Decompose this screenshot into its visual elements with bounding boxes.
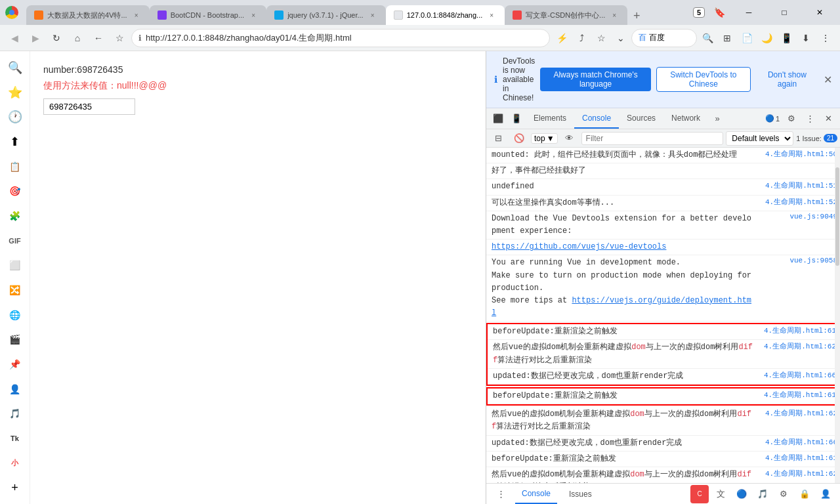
sidebar-tiktok[interactable]: Tk	[3, 427, 27, 450]
fav-btn[interactable]: ☆	[592, 29, 610, 47]
reload-btn[interactable]: ↻	[47, 29, 66, 47]
context-selector[interactable]: top ▼	[531, 133, 558, 144]
clear-console-btn[interactable]: 🚫	[510, 129, 528, 148]
log-source[interactable]: 4.生命周期.html:51	[761, 179, 840, 194]
close-btn[interactable]: ✕	[805, 3, 835, 22]
log-source[interactable]: 4.生命周期.html:62	[761, 467, 840, 483]
new-tab-button[interactable]: +	[627, 7, 646, 25]
bottom-icon-2[interactable]: 🎵	[753, 485, 772, 503]
tab-sources[interactable]: Sources	[619, 108, 663, 129]
dont-show-btn[interactable]: Don't show again	[756, 68, 818, 91]
log-source[interactable]: 4.生命周期.html:62	[761, 407, 840, 434]
bottom-icon-3[interactable]: ⚙	[774, 485, 793, 503]
back-btn[interactable]: ◀	[5, 29, 24, 47]
sidebar-upload[interactable]: ⬆	[3, 131, 27, 153]
sidebar-gif[interactable]: GIF	[3, 230, 27, 252]
sidebar-video[interactable]: 🎬	[3, 328, 27, 350]
share-btn[interactable]: ⤴	[572, 29, 591, 47]
sidebar-target[interactable]: 🎯	[3, 180, 27, 202]
bottom-icon-1[interactable]: 🔵	[732, 485, 751, 503]
log-source[interactable]: 4.生命周期.html:66	[761, 436, 840, 451]
sidebar-search[interactable]: 🔍	[3, 56, 27, 79]
bottom-menu-btn[interactable]: ⋮	[492, 485, 510, 503]
filter-input[interactable]	[581, 132, 724, 145]
tab-localhost[interactable]: 127.0.0.1:8848/zhang... ×	[386, 5, 505, 25]
address-bar[interactable]: ℹ http://127.0.0.1:8848/zhanghao/day01/4…	[131, 29, 550, 47]
sidebar-notes[interactable]: 📋	[3, 156, 27, 178]
lightning-btn[interactable]: ⚡	[553, 29, 571, 47]
tab-close-1[interactable]: ×	[131, 10, 142, 20]
tab-close-4[interactable]: ×	[486, 10, 497, 20]
sidebar-crop[interactable]: ⬜	[3, 254, 27, 276]
switch-chinese-btn[interactable]: Switch DevTools to Chinese	[656, 67, 751, 92]
bookmark-btn[interactable]: 🔖	[710, 3, 728, 22]
bottom-tab-console[interactable]: Console	[515, 484, 557, 504]
chevron-btn[interactable]: ⌄	[612, 29, 630, 47]
log-source[interactable]: vue.js:9049	[761, 211, 840, 239]
close-devtools-btn[interactable]: ✕	[819, 110, 837, 128]
maximize-btn[interactable]: □	[769, 3, 799, 22]
back2-btn[interactable]: ←	[89, 29, 108, 47]
sidebar-music[interactable]: 🎵	[3, 402, 27, 425]
toggle-drawer-btn[interactable]: ⊟	[489, 129, 507, 148]
forward-btn[interactable]: ▶	[26, 29, 45, 47]
csdn-btn[interactable]: C	[690, 485, 709, 503]
console-log[interactable]: mounted: 此时，组件已经挂载到页面中，就像：具头dom都已经处理 4.生…	[486, 148, 840, 483]
inspect-element-btn[interactable]: ⬛	[489, 110, 507, 128]
minimize-btn[interactable]: ─	[734, 3, 764, 22]
always-match-btn[interactable]: Always match Chrome's language	[540, 68, 650, 91]
sidebar-puzzle[interactable]: 🧩	[3, 205, 27, 227]
tab-network[interactable]: Network	[663, 108, 708, 129]
settings-btn[interactable]: ⚙	[782, 110, 801, 128]
tab-bootcdn[interactable]: BootCDN - Bootstrap... ×	[150, 5, 267, 25]
log-source[interactable]: 4.生命周期.html:61	[760, 388, 839, 404]
menu-btn[interactable]: ⋮	[816, 29, 835, 47]
more-tabs-btn[interactable]: »	[708, 110, 726, 128]
log-source[interactable]: 4.生命周期.html:61	[760, 324, 839, 339]
sidebar-translate[interactable]: 🌐	[3, 304, 27, 326]
vuejs-devtools-link[interactable]: https://github.com/vuejs/vue-devtools	[492, 242, 666, 251]
tab-bigdata[interactable]: 大数据及大数据的4V特... ×	[26, 5, 150, 25]
page-input[interactable]	[43, 98, 135, 115]
device-mode-btn[interactable]: 📱	[507, 110, 526, 128]
bottom-tab-issues[interactable]: Issues	[562, 484, 598, 504]
baidu-search[interactable]: 百 百度	[631, 29, 697, 47]
bottom-icon-4[interactable]: 🔒	[795, 485, 814, 503]
tab-close-3[interactable]: ×	[368, 10, 378, 20]
vuejs-guide-link[interactable]: https://vuejs.org/guide/deployment.html	[492, 296, 751, 318]
tab-csdn[interactable]: 写文章-CSDN创作中心... ×	[505, 5, 627, 25]
sidebar-add[interactable]: +	[3, 476, 27, 499]
eye-icon-btn[interactable]: 👁	[560, 129, 579, 148]
device-btn[interactable]: 📱	[777, 29, 795, 47]
bottom-icon-5[interactable]: 👤	[816, 485, 835, 503]
console-scrollbar-thumb[interactable]	[835, 167, 839, 266]
tab-jquery[interactable]: jquery (v3.7.1) - jQuer... ×	[266, 5, 386, 25]
tab-elements[interactable]: Elements	[526, 108, 574, 129]
dark-btn[interactable]: 🌙	[757, 29, 776, 47]
vertical-dots-btn[interactable]: ⋮	[801, 110, 819, 128]
log-source[interactable]: 4.生命周期.html:50	[761, 148, 840, 163]
sidebar-redbook[interactable]: 小	[3, 452, 27, 474]
sidebar-shuffle[interactable]: 🔀	[3, 279, 27, 301]
home-btn[interactable]: ⌂	[68, 29, 87, 47]
search-btn[interactable]: 🔍	[698, 29, 717, 47]
log-source[interactable]: 4.生命周期.html:61	[761, 452, 840, 467]
log-source[interactable]: 4.生命周期.html:52	[761, 196, 840, 211]
sidebar-user[interactable]: 👤	[3, 378, 27, 400]
log-source[interactable]: vue.js:9058	[761, 255, 840, 321]
pdf-btn[interactable]: 📄	[738, 29, 756, 47]
tab-close-5[interactable]: ×	[609, 10, 620, 20]
log-source[interactable]: 4.生命周期.html:62	[760, 340, 839, 368]
star-btn[interactable]: ☆	[110, 29, 129, 47]
notification-close[interactable]: ✕	[824, 74, 832, 86]
sidebar-history[interactable]: 🕐	[3, 106, 27, 128]
tab-close-2[interactable]: ×	[248, 10, 259, 20]
download-btn[interactable]: ⬇	[797, 29, 815, 47]
apps-btn[interactable]: ⊞	[718, 29, 736, 47]
translate-bottom-btn[interactable]: 文	[711, 485, 730, 503]
tab-console[interactable]: Console	[574, 108, 619, 129]
log-source[interactable]: 4.生命周期.html:66	[760, 369, 839, 384]
sidebar-star[interactable]: ⭐	[3, 81, 27, 104]
log-level-select[interactable]: Default levels	[726, 131, 793, 146]
sidebar-pinterest[interactable]: 📌	[3, 353, 27, 375]
